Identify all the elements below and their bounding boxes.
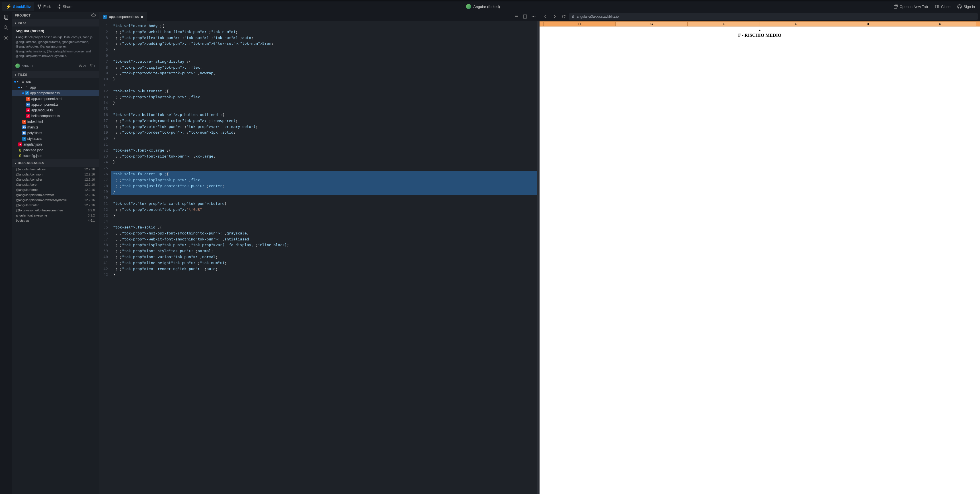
dependency-row[interactable]: @angular/platform-browser12.2.16 [12, 192, 99, 198]
nav-back-button[interactable] [542, 13, 549, 20]
nav-forward-button[interactable] [551, 13, 558, 20]
svg-point-1 [40, 5, 41, 5]
close-button[interactable]: Close [932, 3, 953, 11]
dependencies-section-header[interactable]: ▾DEPENDENCIES [12, 159, 99, 167]
sign-in-button[interactable]: Sign in [955, 3, 978, 11]
reload-button[interactable] [560, 13, 568, 20]
svg-point-5 [59, 7, 60, 8]
fork-icon [37, 4, 41, 9]
risk-cell: E [760, 21, 832, 27]
dependency-list: @angular/animations12.2.16@angular/commo… [12, 167, 99, 223]
dependency-row[interactable]: angular-font-awesome3.1.2 [12, 213, 99, 218]
close-label: Close [941, 5, 950, 9]
dep-name: @angular/platform-browser-dynamic [16, 198, 67, 202]
dependency-row[interactable]: @angular/router12.2.16 [12, 202, 99, 208]
modified-dot-icon [22, 92, 24, 94]
caret-up-icon: ▲ [539, 28, 980, 32]
file-main-ts[interactable]: TSmain.ts [12, 124, 99, 130]
tab-app-component-css[interactable]: # app.component.css [99, 12, 147, 21]
html-file-icon: 5 [26, 97, 30, 101]
risk-cell [539, 21, 544, 27]
dependency-row[interactable]: @angular/common12.2.16 [12, 172, 99, 177]
search-icon[interactable] [2, 24, 10, 32]
file-hello-component-ts[interactable]: Ahello.component.ts [12, 113, 99, 119]
svg-point-18 [533, 16, 534, 17]
file-app-component-html[interactable]: 5app.component.html [12, 96, 99, 102]
dep-version: 4.6.1 [88, 219, 95, 222]
dependency-row[interactable]: @angular/forms12.2.16 [12, 187, 99, 192]
files-label: FILES [18, 73, 28, 76]
fork-button[interactable]: Fork [34, 3, 54, 11]
file-index-html[interactable]: 5index.html [12, 119, 99, 124]
chevron-down-icon: ▾ [15, 162, 16, 165]
svg-rect-20 [572, 16, 574, 18]
html-file-icon: 5 [22, 120, 26, 124]
dep-version: 6.2.0 [88, 209, 95, 212]
file-app-component-ts[interactable]: TSapp.component.ts [12, 102, 99, 107]
scrollbar[interactable] [537, 21, 539, 494]
url-bar[interactable]: angular-a3akxa.stackblitz.io [569, 13, 978, 20]
risk-cell: F [687, 21, 760, 27]
risk-label: F - RISCHIO MEDIO [539, 33, 980, 38]
file-label: styles.css [27, 137, 42, 141]
risk-cell: H [544, 21, 616, 27]
split-editor-button[interactable] [521, 13, 529, 20]
svg-point-0 [38, 5, 39, 5]
svg-point-19 [535, 16, 536, 17]
file-styles-css[interactable]: #styles.css [12, 136, 99, 142]
dependency-row[interactable]: @angular/compiler12.2.16 [12, 177, 99, 182]
ts-file-icon: TS [26, 102, 30, 107]
folder-icon: 🗀 [25, 86, 29, 89]
project-description: A angular-cli project based on rxjs, tsl… [15, 35, 95, 58]
file-app-component-css[interactable]: #app.component.css [12, 90, 99, 96]
chevron-down-icon: ▾ [15, 73, 16, 76]
format-button[interactable] [513, 13, 520, 20]
file-angular-json[interactable]: Aangular.json [12, 142, 99, 147]
svg-point-13 [90, 64, 91, 65]
dep-name: @angular/core [16, 183, 37, 186]
dependency-row[interactable]: @angular/animations12.2.16 [12, 167, 99, 172]
preview-toolbar: angular-a3akxa.stackblitz.io [539, 12, 980, 21]
explorer-icon[interactable] [2, 13, 10, 21]
external-icon [893, 4, 898, 9]
folder-app[interactable]: ▾🗀app [12, 84, 99, 90]
dep-version: 12.2.16 [84, 198, 95, 202]
editor: # app.component.css 12345678910111213141… [99, 12, 539, 494]
dep-version: 12.2.16 [84, 178, 95, 181]
github-icon [957, 4, 962, 9]
files-section-header[interactable]: ▾FILES [12, 71, 99, 78]
file-tsconfig-json[interactable]: {}tsconfig.json [12, 153, 99, 159]
forks-stat: 1 [89, 64, 95, 67]
svg-point-15 [91, 66, 91, 67]
views-stat: 21 [79, 64, 87, 67]
file-app-module-ts[interactable]: Aapp.module.ts [12, 107, 99, 113]
dep-version: 12.2.16 [84, 173, 95, 176]
deps-label: DEPENDENCIES [18, 161, 45, 165]
owner-name[interactable]: hero791 [22, 64, 33, 67]
logo[interactable]: ⚡ StackBlitz [2, 2, 34, 11]
open-new-tab-button[interactable]: Open in New Tab [891, 3, 931, 11]
settings-icon[interactable] [2, 34, 10, 42]
svg-rect-8 [4, 15, 7, 19]
cloud-sync-icon[interactable] [91, 13, 96, 18]
share-button[interactable]: Share [54, 3, 75, 11]
file-polyfills-ts[interactable]: TSpolyfills.ts [12, 130, 99, 136]
code-area[interactable]: 1234567891011121314151617181920212223242… [99, 21, 539, 494]
risk-cell [976, 21, 980, 27]
code-content[interactable]: "tok-sel">.card-body ;{ ; ;"tok-prop">-w… [111, 21, 537, 494]
dependency-row[interactable]: @angular/core12.2.16 [12, 182, 99, 187]
dep-version: 3.1.2 [88, 214, 95, 217]
info-section-header[interactable]: ▾INFO [12, 19, 99, 27]
folder-src[interactable]: ▾🗀src [12, 79, 99, 84]
project-label: PROJECT [15, 14, 30, 17]
risk-cell: D [832, 21, 904, 27]
json-file-icon: {} [18, 148, 22, 152]
ts-file-icon: TS [22, 125, 26, 129]
dependency-row[interactable]: bootstrap4.6.1 [12, 218, 99, 223]
dep-name: angular-font-awesome [16, 214, 47, 217]
editor-actions [513, 13, 539, 20]
dependency-row[interactable]: @angular/platform-browser-dynamic12.2.16 [12, 198, 99, 202]
more-actions-button[interactable] [530, 13, 537, 20]
dependency-row[interactable]: @fortawesome/fontawesome-free6.2.0 [12, 208, 99, 213]
file-package-json[interactable]: {}package.json [12, 147, 99, 153]
